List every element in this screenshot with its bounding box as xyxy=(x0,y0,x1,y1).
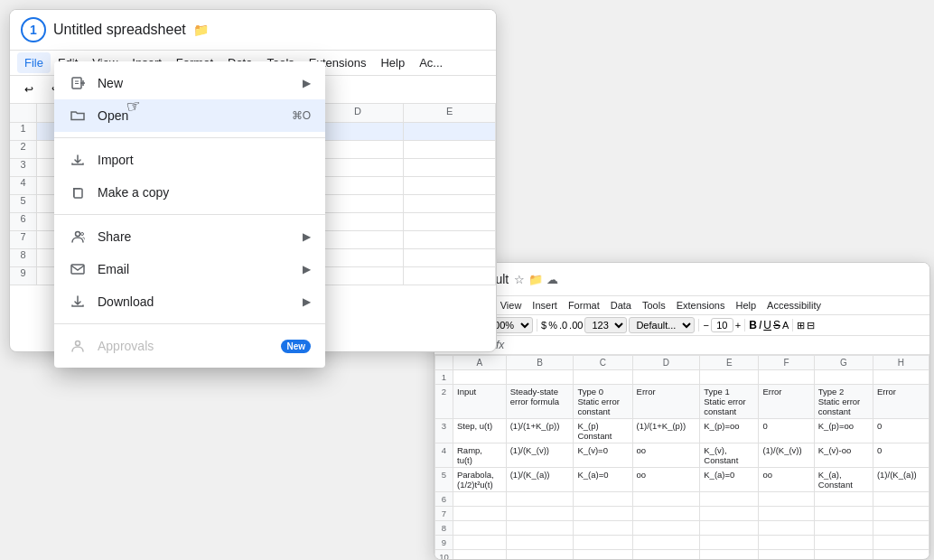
cell-e3[interactable]: K_(p)=oo xyxy=(700,419,759,443)
w2-minus[interactable]: − xyxy=(703,320,708,331)
w2-bold[interactable]: B xyxy=(749,319,757,331)
w2-menu-view[interactable]: View xyxy=(495,298,528,313)
cell-d4[interactable]: oo xyxy=(632,443,700,468)
cell-b5[interactable]: (1)/(K_(a)) xyxy=(506,468,574,492)
w2-font-select[interactable]: Default... xyxy=(629,317,695,333)
w2-menu-insert[interactable]: Insert xyxy=(527,298,563,313)
cell-f4[interactable]: (1)/(K_(v)) xyxy=(759,443,814,468)
grid-cell[interactable] xyxy=(404,249,496,266)
grid-cell[interactable] xyxy=(313,195,405,212)
cell-b1[interactable] xyxy=(506,370,574,385)
grid-cell[interactable] xyxy=(404,177,496,194)
cell-d2[interactable]: Error xyxy=(632,385,700,419)
cell-e2[interactable]: Type 1Static errorconstant xyxy=(700,385,759,419)
w2-menu-format[interactable]: Format xyxy=(563,298,605,313)
grid-cell[interactable] xyxy=(404,159,496,176)
cell-g2[interactable]: Type 2Static errorconstant xyxy=(814,385,873,419)
cell-b3[interactable]: (1)/(1+K_(p)) xyxy=(506,419,574,443)
w2-font-size[interactable] xyxy=(711,318,733,332)
grid-cell[interactable] xyxy=(313,249,405,266)
w2-plus[interactable]: + xyxy=(735,320,741,331)
w2-decimal2[interactable]: .00 xyxy=(569,320,583,331)
cell-a2[interactable]: Input xyxy=(453,385,507,419)
cell-h5[interactable]: (1)/(K_(a)) xyxy=(873,468,929,492)
star-icon[interactable]: ☆ xyxy=(514,273,525,286)
cell-d1[interactable] xyxy=(632,370,700,385)
cell-g1[interactable] xyxy=(814,370,873,385)
undo-button[interactable]: ↩ xyxy=(17,79,41,99)
grid-cell[interactable] xyxy=(404,267,496,285)
cell-c4[interactable]: K_(v)=0 xyxy=(574,443,632,468)
w2-underline[interactable]: U xyxy=(763,319,771,331)
cell-e4[interactable]: K_(v),Constant xyxy=(700,443,759,468)
menu-file[interactable]: File xyxy=(17,52,51,73)
cell-a1[interactable] xyxy=(453,370,507,385)
menu-item-email[interactable]: Email ▶ xyxy=(54,253,325,285)
cell-a6[interactable] xyxy=(453,492,507,507)
cell-d3[interactable]: (1)/(1+K_(p)) xyxy=(632,419,700,443)
w2-format-select[interactable]: 123 xyxy=(584,317,627,333)
w2-dollar[interactable]: $ xyxy=(541,320,546,331)
grid-cell[interactable] xyxy=(313,267,405,285)
cell-h1[interactable] xyxy=(873,370,929,385)
w2-menu-extensions[interactable]: Extensions xyxy=(671,298,731,313)
grid-cell[interactable] xyxy=(404,231,496,248)
cell-f2[interactable]: Error xyxy=(759,385,814,419)
folder-icon[interactable]: 📁 xyxy=(193,23,209,37)
cell-c2[interactable]: Type 0Static errorconstant xyxy=(574,385,632,419)
w2-menu-data[interactable]: Data xyxy=(605,298,637,313)
grid-cell[interactable] xyxy=(404,123,496,140)
grid-cell[interactable] xyxy=(404,141,496,158)
grid-cell[interactable] xyxy=(404,195,496,212)
menu-help[interactable]: Help xyxy=(373,52,412,73)
cell-c3[interactable]: K_(p)Constant xyxy=(574,419,632,443)
row-num-7: 7 xyxy=(10,231,37,248)
grid-cell[interactable] xyxy=(313,231,405,248)
menu-item-approvals[interactable]: Approvals New xyxy=(54,330,325,362)
menu-item-share[interactable]: Share ▶ xyxy=(54,220,325,253)
cell-f3[interactable]: 0 xyxy=(759,419,814,443)
w2-divider-1 xyxy=(537,319,537,331)
menu-ac[interactable]: Ac... xyxy=(412,52,450,73)
w2-borders[interactable]: ⊞ xyxy=(797,320,805,331)
w2-decimal[interactable]: .0 xyxy=(559,320,567,331)
w2-text-color[interactable]: A xyxy=(782,320,789,331)
cell-c5[interactable]: K_(a)=0 xyxy=(574,468,632,492)
grid-cell[interactable] xyxy=(313,177,405,194)
w2-menu-help[interactable]: Help xyxy=(730,298,761,313)
cell-a3[interactable]: Step, u(t) xyxy=(453,419,507,443)
cell-b4[interactable]: (1)/(K_(v)) xyxy=(506,443,574,468)
menu-item-make-copy[interactable]: Make a copy xyxy=(54,176,325,209)
cell-g4[interactable]: K_(v)-oo xyxy=(814,443,873,468)
grid-cell[interactable] xyxy=(313,123,405,140)
cell-a4[interactable]: Ramp,tu(t) xyxy=(453,443,507,468)
w2-menu-tools[interactable]: Tools xyxy=(637,298,671,313)
cell-e1[interactable] xyxy=(700,370,759,385)
cell-f1[interactable] xyxy=(759,370,814,385)
cell-g3[interactable]: K_(p)=oo xyxy=(814,419,873,443)
w2-menu-accessibility[interactable]: Accessibility xyxy=(761,298,827,313)
grid-cell[interactable] xyxy=(313,159,405,176)
grid-cell[interactable] xyxy=(313,213,405,230)
grid-cell[interactable] xyxy=(313,141,405,158)
menu-item-open[interactable]: Open ⌘O xyxy=(54,99,325,132)
cell-c1[interactable] xyxy=(574,370,632,385)
menu-item-download[interactable]: Download ▶ xyxy=(54,285,325,318)
w2-merge[interactable]: ⊟ xyxy=(807,320,815,331)
grid-cell[interactable] xyxy=(404,213,496,230)
cell-a5[interactable]: Parabola,(1/2)t²u(t) xyxy=(453,468,507,492)
cell-h4[interactable]: 0 xyxy=(873,443,929,468)
cell-e5[interactable]: K_(a)=0 xyxy=(700,468,759,492)
cell-h2[interactable]: Error xyxy=(873,385,929,419)
menu-item-import[interactable]: Import xyxy=(54,144,325,176)
cell-d5[interactable]: oo xyxy=(632,468,700,492)
folder-icon-2[interactable]: 📁 xyxy=(528,273,543,286)
w2-strikethrough[interactable]: S xyxy=(773,319,780,331)
w2-italic[interactable]: I xyxy=(759,319,761,331)
w2-percent[interactable]: % xyxy=(548,320,557,331)
cell-f5[interactable]: oo xyxy=(759,468,814,492)
cell-g5[interactable]: K_(a),Constant xyxy=(814,468,873,492)
menu-item-new[interactable]: New ▶ xyxy=(54,67,325,99)
cell-h3[interactable]: 0 xyxy=(873,419,929,443)
cell-b2[interactable]: Steady-stateerror formula xyxy=(506,385,574,419)
